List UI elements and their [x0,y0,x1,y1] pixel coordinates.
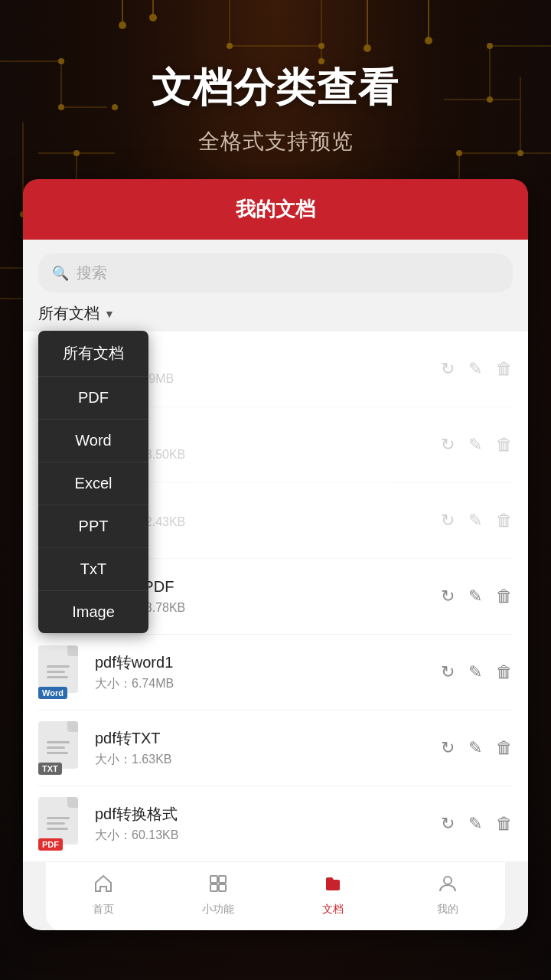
svg-point-46 [444,877,452,884]
svg-rect-43 [219,876,226,883]
docs-icon [322,873,344,900]
main-card: 我的文档 🔍 搜索 所有文档 ▼ 所有文档 PDF Word Excel PPT… [23,179,528,930]
dropdown-item-txt[interactable]: TxT [38,548,148,591]
refresh-icon[interactable]: ↻ [441,738,455,758]
svg-rect-42 [210,876,217,883]
file-actions: ↻ ✎ 🗑 [441,359,513,379]
file-info: pdf转TXT 大小：1.63KB [95,728,430,768]
card-header: 我的文档 [23,179,528,240]
main-title: 文档分类查看 [0,61,551,115]
nav-label-tools: 小功能 [202,903,234,916]
filter-label: 所有文档 [38,303,99,324]
edit-icon[interactable]: ✎ [468,738,482,758]
file-name: pdf转word1 [95,652,430,673]
refresh-icon[interactable]: ↻ [441,359,455,379]
nav-label-home: 首页 [93,903,114,916]
file-size: 大小：1.63KB [95,752,430,768]
file-actions: ↻ ✎ 🗑 [441,586,513,606]
svg-rect-44 [210,884,217,891]
nav-label-profile: 我的 [437,903,458,916]
file-icon: PDF [38,797,84,851]
nav-item-docs[interactable]: 文档 [276,873,390,916]
dropdown-item-word[interactable]: Word [38,420,148,462]
file-item[interactable]: Word pdf转word1 大小：6.74MB ↻ ✎ 🗑 [38,635,513,710]
refresh-icon[interactable]: ↻ [441,511,455,531]
edit-icon[interactable]: ✎ [468,511,482,531]
edit-icon[interactable]: ✎ [468,662,482,682]
file-icon: Word [38,645,84,699]
file-actions: ↻ ✎ 🗑 [441,662,513,682]
header-section: 文档分类查看 全格式支持预览 [0,0,551,179]
dropdown-menu: 所有文档 PDF Word Excel PPT TxT Image [38,331,148,633]
file-actions: ↻ ✎ 🗑 [441,435,513,455]
file-actions: ↻ ✎ 🗑 [441,738,513,758]
edit-icon[interactable]: ✎ [468,814,482,834]
dropdown-item-pdf[interactable]: PDF [38,377,148,420]
file-name: pdf转TXT [95,728,430,749]
file-badge-pdf: PDF [38,838,63,851]
nav-item-tools[interactable]: 小功能 [161,873,276,916]
dropdown-item-all[interactable]: 所有文档 [38,331,148,377]
file-actions: ↻ ✎ 🗑 [441,814,513,834]
filter-arrow-icon: ▼ [104,308,115,320]
refresh-icon[interactable]: ↻ [441,586,455,606]
tools-icon [207,873,229,900]
home-icon [93,873,114,900]
card-title: 我的文档 [236,198,315,220]
file-name: pdf转换格式 [95,804,430,825]
file-size: 大小：6.74MB [95,676,430,692]
delete-icon[interactable]: 🗑 [496,662,513,682]
file-badge-word: Word [38,687,67,699]
refresh-icon[interactable]: ↻ [441,435,455,455]
refresh-icon[interactable]: ↻ [441,662,455,682]
edit-icon[interactable]: ✎ [468,586,482,606]
delete-icon[interactable]: 🗑 [496,814,513,834]
filter-row: 所有文档 ▼ 所有文档 PDF Word Excel PPT TxT Image [23,303,528,332]
sub-title: 全格式支持预览 [0,127,551,156]
delete-icon[interactable]: 🗑 [496,586,513,606]
refresh-icon[interactable]: ↻ [441,814,455,834]
nav-label-docs: 文档 [322,903,344,916]
delete-icon[interactable]: 🗑 [496,435,513,455]
dropdown-item-excel[interactable]: Excel [38,462,148,505]
search-bar[interactable]: 🔍 搜索 [38,253,513,292]
file-info: pdf转换格式 大小：60.13KB [95,804,430,844]
edit-icon[interactable]: ✎ [468,359,482,379]
file-info: pdf转word1 大小：6.74MB [95,652,430,692]
search-placeholder-text: 搜索 [77,263,107,283]
dropdown-item-ppt[interactable]: PPT [38,505,148,548]
file-item[interactable]: TXT pdf转TXT 大小：1.63KB ↻ ✎ 🗑 [38,710,513,786]
file-badge-txt: TXT [38,763,62,775]
edit-icon[interactable]: ✎ [468,435,482,455]
bottom-nav: 首页 小功能 文档 [46,861,505,930]
search-icon: 🔍 [52,265,69,282]
nav-item-profile[interactable]: 我的 [390,873,505,916]
delete-icon[interactable]: 🗑 [496,738,513,758]
delete-icon[interactable]: 🗑 [496,511,513,531]
file-actions: ↻ ✎ 🗑 [441,511,513,531]
dropdown-item-image[interactable]: Image [38,591,148,633]
nav-item-home[interactable]: 首页 [46,873,161,916]
profile-icon [437,873,458,900]
file-item[interactable]: PDF pdf转换格式 大小：60.13KB ↻ ✎ 🗑 [38,786,513,861]
file-size: 大小：60.13KB [95,828,430,844]
file-icon: TXT [38,721,84,775]
delete-icon[interactable]: 🗑 [496,359,513,379]
filter-button[interactable]: 所有文档 ▼ [38,303,115,324]
svg-rect-45 [219,884,226,891]
